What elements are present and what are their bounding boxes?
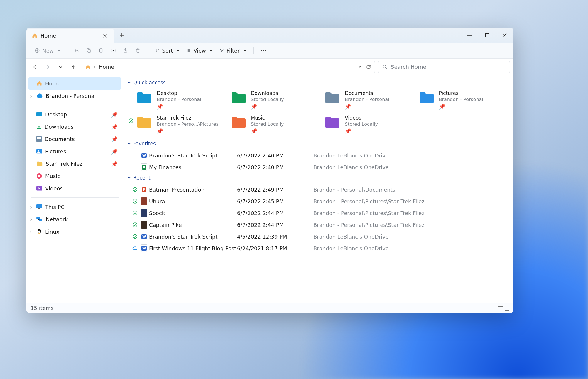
search-placeholder: Search Home — [391, 64, 426, 70]
file-row[interactable]: PBatman Presentation6/7/2022 2:49 PMBran… — [129, 184, 508, 195]
minimize-button[interactable] — [461, 28, 478, 43]
desktop-icon — [36, 112, 42, 117]
filter-button[interactable]: Filter — [217, 45, 249, 56]
up-button[interactable] — [69, 62, 79, 72]
image-thumbnail-icon — [141, 221, 147, 229]
address-bar[interactable]: › Home — [82, 61, 375, 73]
network-icon — [36, 217, 43, 222]
paste-button[interactable] — [95, 45, 107, 56]
quick-access-item[interactable]: PicturesBrandon - Personal📌 — [417, 88, 508, 111]
content-pane: Quick access DesktopBrandon - Personal📌D… — [123, 75, 513, 303]
new-button[interactable]: New — [32, 45, 63, 56]
body: Home › Brandon - Personal Desktop 📌 Down… — [26, 75, 513, 303]
file-row[interactable]: WBrandon's Star Trek Script6/7/2022 2:40… — [129, 150, 508, 161]
history-dropdown-button[interactable] — [358, 64, 362, 70]
quick-access-item[interactable]: VideosStored Locally📌 — [323, 113, 414, 136]
new-tab-button[interactable] — [114, 28, 129, 43]
quick-access-item[interactable]: DownloadsStored Locally📌 — [229, 88, 320, 111]
sidebar-item-desktop[interactable]: Desktop 📌 — [28, 108, 121, 120]
sidebar-item-onedrive[interactable]: › Brandon - Personal — [28, 90, 121, 102]
expander-icon[interactable]: › — [30, 216, 32, 222]
file-row[interactable]: XMy Finances6/7/2022 2:40 PMBrandon LeBl… — [129, 161, 508, 173]
section-favorites[interactable]: Favorites — [127, 141, 508, 147]
pin-icon: 📌 — [157, 103, 201, 110]
music-icon — [36, 173, 42, 179]
section-label: Quick access — [133, 80, 166, 85]
file-row[interactable]: WFirst Windows 11 Flight Blog Post6/24/2… — [129, 242, 508, 254]
close-tab-button[interactable] — [101, 33, 109, 39]
folder-icon — [136, 115, 153, 129]
refresh-button[interactable] — [366, 64, 371, 70]
cloud-status-icon — [132, 246, 138, 250]
folder-icon — [418, 90, 435, 104]
thumbnails-view-button[interactable] — [505, 306, 509, 311]
file-date: 6/7/2022 2:40 PM — [237, 152, 313, 159]
cut-button[interactable]: ✂ — [72, 45, 82, 56]
back-button[interactable] — [30, 62, 40, 72]
sync-status-icon — [133, 199, 137, 204]
sidebar-item-linux[interactable]: › Linux — [28, 225, 121, 238]
pin-icon: 📌 — [251, 128, 284, 134]
quick-access-item[interactable]: MusicStored Locally📌 — [229, 113, 320, 136]
svg-point-11 — [261, 50, 262, 51]
folder-subtitle: Brandon - Perso...\Pictures — [157, 121, 219, 127]
folder-subtitle: Stored Locally — [251, 121, 284, 127]
sidebar-item-thispc[interactable]: › This PC — [28, 201, 121, 213]
sidebar-item-label: Linux — [45, 229, 60, 235]
file-name: Spock — [149, 210, 237, 216]
sidebar-item-home[interactable]: Home — [28, 77, 121, 90]
search-box[interactable]: Search Home — [378, 61, 510, 73]
quick-access-item[interactable]: DocumentsBrandon - Personal📌 — [323, 88, 414, 111]
navigation-row: › Home Search Home — [26, 59, 513, 75]
sidebar-item-pictures[interactable]: Pictures 📌 — [28, 145, 121, 157]
status-bar: 15 items — [26, 303, 513, 313]
sidebar-item-documents[interactable]: Documents 📌 — [28, 133, 121, 145]
section-recent[interactable]: Recent — [127, 175, 508, 181]
file-date: 6/7/2022 2:44 PM — [237, 210, 313, 216]
quick-access-item[interactable]: DesktopBrandon - Personal📌 — [135, 88, 226, 111]
sidebar-item-music[interactable]: Music — [28, 170, 121, 182]
quick-access-item[interactable]: Star Trek FilezBrandon - Perso...\Pictur… — [135, 113, 226, 136]
details-view-button[interactable] — [498, 306, 503, 311]
maximize-button[interactable] — [478, 28, 496, 43]
breadcrumb-home[interactable]: Home — [99, 64, 114, 70]
expander-icon[interactable]: › — [30, 204, 32, 210]
rename-button[interactable] — [108, 45, 119, 56]
file-location: Brandon - Personal\Pictures\Star Trek Fi… — [313, 222, 508, 228]
file-row[interactable]: Spock6/7/2022 2:44 PMBrandon - Personal\… — [129, 207, 508, 219]
file-row[interactable]: Captain Pike6/7/2022 2:44 PMBrandon - Pe… — [129, 219, 508, 231]
share-button[interactable] — [120, 45, 131, 56]
file-name: Batman Presentation — [149, 187, 237, 193]
expander-icon[interactable]: › — [30, 229, 32, 235]
folder-subtitle: Brandon - Personal — [439, 97, 484, 102]
sidebar-item-network[interactable]: › Network — [28, 213, 121, 225]
file-row[interactable]: WBrandon's Star Trek Script4/5/2022 12:3… — [129, 231, 508, 242]
recent-locations-button[interactable] — [56, 62, 66, 72]
section-quick-access[interactable]: Quick access — [127, 80, 508, 85]
trash-icon — [135, 48, 141, 53]
tab-home[interactable]: Home — [26, 29, 114, 43]
svg-point-30 — [129, 119, 133, 123]
svg-point-21 — [38, 150, 39, 151]
sidebar-item-videos[interactable]: Videos — [28, 182, 121, 194]
folder-subtitle: Stored Locally — [345, 121, 378, 127]
svg-point-13 — [265, 50, 266, 51]
sort-icon — [155, 48, 160, 53]
folder-title: Star Trek Filez — [157, 115, 219, 121]
view-button[interactable]: View — [183, 45, 215, 56]
folder-title: Desktop — [157, 90, 201, 96]
sort-button[interactable]: Sort — [152, 45, 182, 56]
sidebar-separator — [31, 105, 119, 105]
sidebar-item-startrek[interactable]: Star Trek Filez 📌 — [28, 157, 121, 170]
sidebar-item-downloads[interactable]: Downloads 📌 — [28, 120, 121, 133]
copy-button[interactable] — [83, 45, 94, 56]
delete-button[interactable] — [132, 45, 143, 56]
close-window-button[interactable] — [496, 28, 513, 43]
file-date: 6/24/2021 8:17 PM — [237, 245, 313, 251]
more-button[interactable] — [258, 45, 269, 56]
pin-icon: 📌 — [111, 124, 118, 130]
clipboard-icon — [98, 48, 104, 53]
forward-button[interactable] — [43, 62, 53, 72]
expander-icon[interactable]: › — [30, 93, 32, 99]
file-row[interactable]: Uhura6/7/2022 2:45 PMBrandon - Personal\… — [129, 195, 508, 207]
